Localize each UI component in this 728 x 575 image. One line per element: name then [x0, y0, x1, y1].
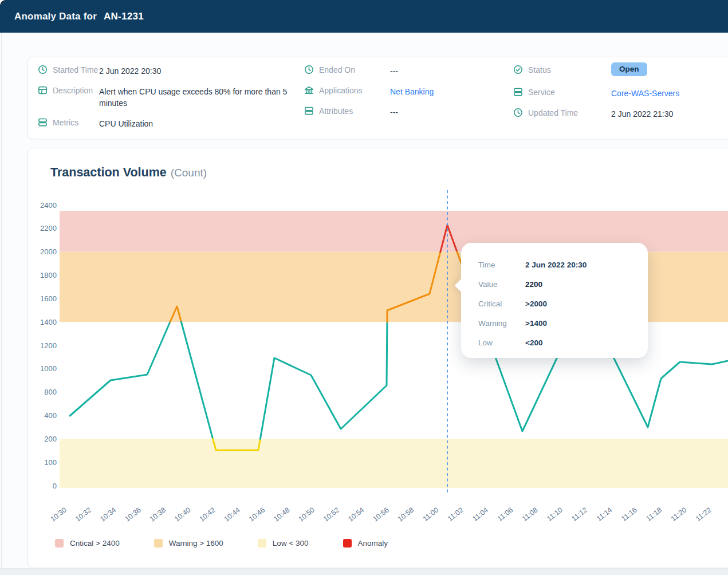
y-axis-tick-label: 2200 — [40, 224, 57, 233]
x-axis-tick-label: 11:12 — [570, 506, 589, 523]
field-label: Ended On — [304, 65, 390, 74]
field-value: 2 Jun 2022 21:30 — [611, 108, 728, 120]
legend-item-warning-1600[interactable]: Warning > 1600 — [154, 539, 223, 548]
chart-tooltip: Time2 Jun 2022 20:30Value2200Critical>20… — [461, 243, 648, 358]
details-column-1: Started Time2 Jun 2022 20:30DescriptionA… — [38, 65, 301, 138]
x-axis-tick-label: 10:38 — [148, 506, 167, 523]
y-axis-tick-label: 0 — [53, 482, 57, 490]
field-value: Open — [611, 65, 728, 78]
anomaly-id: AN-1231 — [104, 11, 144, 22]
x-axis-tick-label: 11:14 — [595, 506, 614, 523]
legend-item-critical-2400[interactable]: Critical > 2400 — [55, 539, 120, 548]
clock-icon — [304, 65, 314, 74]
page-footer-strip — [0, 568, 728, 575]
field-label: Applications — [304, 85, 390, 95]
x-axis-tick-label: 10:54 — [347, 506, 365, 523]
legend-swatch — [343, 539, 352, 548]
tooltip-value: <200 — [525, 338, 648, 347]
details-column-3: StatusOpenServiceCore-WAS-ServersUpdated… — [513, 65, 728, 128]
legend-item-anomaly[interactable]: Anomaly — [343, 539, 388, 548]
app-header: Anomaly Data for AN-1231 — [0, 0, 728, 33]
legend-label: Critical > 2400 — [70, 539, 120, 548]
clock-icon — [38, 65, 48, 74]
tooltip-row-time: Time2 Jun 2022 20:30 — [478, 255, 648, 274]
x-axis-tick-label: 11:18 — [645, 506, 664, 523]
field-label: Started Time — [38, 65, 99, 74]
x-axis-tick-label: 10:50 — [297, 506, 316, 523]
field-label: Status — [513, 65, 611, 74]
field-value: Alert when CPU usage exceeds 80% for mor… — [99, 85, 297, 109]
y-axis-tick-label: 2400 — [40, 201, 57, 210]
clock-icon — [513, 108, 523, 117]
legend-label: Anomaly — [358, 539, 388, 548]
y-axis-tick-label: 800 — [44, 388, 57, 396]
field-value: CPU Utilization — [99, 117, 297, 129]
chart-plot-area: 2400220020001800160014001200100080040020… — [0, 189, 728, 533]
tooltip-label: Value — [478, 280, 525, 289]
page-title: Anomaly Data for — [14, 11, 97, 22]
x-axis-tick-label: 11:16 — [620, 506, 639, 523]
field-value-link[interactable]: Net Banking — [390, 85, 510, 97]
detail-field-ended-on: Ended On--- — [304, 65, 510, 77]
series-segment-2 — [181, 322, 213, 439]
field-value: 2 Jun 2022 20:30 — [99, 65, 297, 77]
detail-field-attributes: Attributes--- — [304, 106, 510, 118]
tooltip-value: 2200 — [525, 280, 648, 289]
legend-swatch — [258, 539, 266, 548]
series-segment-0 — [70, 322, 170, 416]
field-label: Updated Time — [513, 108, 611, 117]
legend-label: Low < 300 — [273, 539, 309, 548]
x-axis-tick-label: 10:52 — [322, 506, 341, 523]
stack-icon — [38, 117, 48, 127]
detail-field-description: DescriptionAlert when CPU usage exceeds … — [38, 85, 301, 109]
y-axis-tick-label: 1800 — [40, 271, 57, 279]
y-axis-tick-label: 1600 — [40, 294, 57, 303]
chart-svg: 2400220020001800160014001200100080040020… — [0, 189, 728, 533]
detail-field-status: StatusOpen — [513, 65, 728, 78]
x-axis-tick-label: 11:08 — [521, 506, 540, 523]
legend-swatch — [55, 539, 64, 548]
y-axis-tick-label: 400 — [44, 411, 57, 420]
legend-label: Warning > 1600 — [169, 539, 223, 548]
field-label: Attributes — [304, 106, 390, 116]
x-axis-tick-label: 10:34 — [99, 506, 117, 523]
details-column-2: Ended On---ApplicationsNet BankingAttrib… — [304, 65, 510, 127]
y-axis-tick-label: 1400 — [40, 318, 57, 326]
x-axis-tick-label: 11:02 — [446, 506, 465, 523]
detail-field-applications: ApplicationsNet Banking — [304, 85, 510, 97]
chart-legend: Critical > 2400Warning > 1600Low < 300An… — [55, 539, 422, 548]
threshold-band-2 — [60, 439, 728, 488]
legend-swatch — [154, 539, 163, 548]
field-label: Metrics — [38, 117, 99, 127]
x-axis-tick-label: 11:22 — [694, 506, 713, 523]
x-axis-tick-label: 10:56 — [371, 506, 390, 523]
y-axis-tick-label: 2000 — [40, 247, 57, 256]
tooltip-label: Time — [478, 261, 525, 269]
x-axis-tick-label: 11:20 — [670, 506, 688, 523]
tooltip-row-warning: Warning>1400 — [478, 313, 648, 333]
tooltip-row-value: Value2200 — [478, 274, 648, 294]
tooltip-label: Low — [478, 338, 525, 347]
x-axis-tick-label: 10:36 — [123, 506, 142, 523]
field-value-link[interactable]: Core-WAS-Servers — [611, 87, 728, 99]
tooltip-value: 2 Jun 2022 20:30 — [525, 261, 648, 269]
field-value: --- — [390, 106, 510, 118]
x-axis-tick-label: 10:48 — [272, 506, 291, 523]
tooltip-row-low: Low<200 — [478, 333, 648, 352]
y-axis-tick-label: 200 — [44, 435, 57, 443]
x-axis-tick-label: 10:46 — [247, 506, 266, 523]
legend-item-low-300[interactable]: Low < 300 — [258, 539, 309, 548]
stack-icon — [304, 106, 314, 116]
tooltip-label: Critical — [478, 300, 525, 308]
field-label: Description — [38, 85, 99, 95]
stack-icon — [513, 87, 523, 97]
bank-icon — [304, 85, 314, 95]
detail-field-metrics: MetricsCPU Utilization — [38, 117, 301, 129]
detail-field-started-time: Started Time2 Jun 2022 20:30 — [38, 65, 301, 77]
tooltip-row-critical: Critical>2000 — [478, 294, 648, 313]
chart-title: Transaction Volume(Count) — [50, 166, 207, 180]
table-icon — [38, 85, 48, 95]
x-axis-tick-label: 10:42 — [198, 506, 217, 523]
x-axis-tick-label: 10:30 — [49, 506, 68, 523]
field-value: --- — [390, 65, 510, 77]
